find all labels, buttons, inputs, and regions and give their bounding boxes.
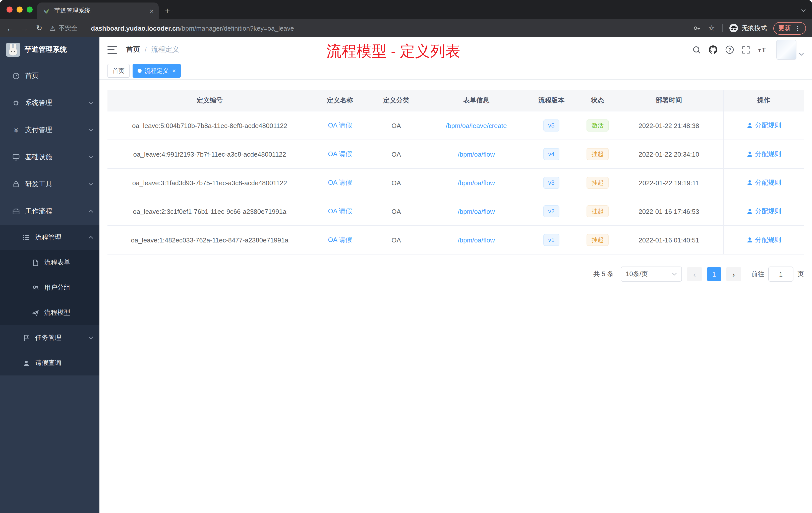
sidebar-item-workflow[interactable]: 工作流程 <box>0 198 99 225</box>
definition-name-link[interactable]: OA 请假 <box>328 235 352 244</box>
back-icon[interactable]: ← <box>6 24 14 32</box>
browser-tabstrip: 芋道管理系统 × + <box>0 0 812 19</box>
cell-spacer <box>717 197 723 225</box>
minimize-window-button[interactable] <box>17 6 23 12</box>
goto-page-input[interactable] <box>768 267 793 281</box>
sidebar-item-process-model[interactable]: 流程模型 <box>0 300 99 325</box>
sidebar-item-leave-query[interactable]: 请假查询 <box>0 350 99 375</box>
prev-page-button[interactable]: ‹ <box>687 267 702 281</box>
tab-close-icon[interactable]: × <box>150 7 154 15</box>
sidebar-item-system[interactable]: 系统管理 <box>0 89 99 117</box>
urlbar-actions: ☆ 无痕模式 更新 ⋮ <box>693 22 806 34</box>
definition-name-link[interactable]: OA 请假 <box>328 121 352 130</box>
sidebar-item-user-group[interactable]: 用户分组 <box>0 275 99 300</box>
cell-process-version: v3 <box>528 169 575 197</box>
assign-rule-button[interactable]: 分配规则 <box>747 235 781 244</box>
tag-home[interactable]: 首页 <box>108 64 129 78</box>
fullscreen-icon[interactable] <box>742 46 750 54</box>
sidebar-item-process-form[interactable]: 流程表单 <box>0 250 99 275</box>
address-input[interactable]: dashboard.yudao.iocoder.cn/bpm/manager/d… <box>91 24 687 32</box>
form-info-link[interactable]: /bpm/oa/leave/create <box>446 122 507 129</box>
users-icon <box>31 283 39 292</box>
collapse-sidebar-icon[interactable] <box>108 46 117 54</box>
password-key-icon[interactable] <box>693 24 701 32</box>
warning-icon: ⚠ <box>50 24 56 32</box>
chevron-down-icon <box>88 101 93 104</box>
cell-form-info: /bpm/oa/flow <box>424 140 528 168</box>
form-info-link[interactable]: /bpm/oa/flow <box>458 150 495 158</box>
assign-rule-button[interactable]: 分配规则 <box>747 150 781 159</box>
incognito-label: 无痕模式 <box>742 24 767 32</box>
tag-close-icon[interactable]: × <box>172 67 176 74</box>
breadcrumb-home[interactable]: 首页 <box>126 45 140 54</box>
close-window-button[interactable] <box>6 6 12 12</box>
chrome-update-button[interactable]: 更新 ⋮ <box>773 22 806 34</box>
version-badge: v3 <box>543 177 559 189</box>
assign-rule-button[interactable]: 分配规则 <box>747 121 781 130</box>
bookmark-star-icon[interactable]: ☆ <box>707 24 716 33</box>
definition-name-link[interactable]: OA 请假 <box>328 150 352 159</box>
sidebar-item-payment[interactable]: ¥ 支付管理 <box>0 117 99 144</box>
svg-text:T: T <box>758 49 761 53</box>
sidebar-item-home[interactable]: 首页 <box>0 62 99 89</box>
cell-definition-id: oa_leave:5:004b710b-7b8a-11ec-8ef0-acde4… <box>108 112 312 140</box>
forward-icon[interactable]: → <box>21 24 29 32</box>
page-content: 定义编号 定义名称 定义分类 表单信息 流程版本 状态 部署时间 操作 <box>99 80 812 513</box>
cell-deploy-time: 2022-01-22 19:19:11 <box>621 169 717 197</box>
cell-definition-id: oa_leave:3:1fad3d93-7b75-11ec-a3c8-acde4… <box>108 169 312 197</box>
cell-definition-id: oa_leave:2:3c1f0ef1-76b1-11ec-9c66-a2380… <box>108 197 312 225</box>
sidebar-item-task-management[interactable]: 任务管理 <box>0 325 99 350</box>
new-tab-button[interactable]: + <box>165 6 170 16</box>
header-actions: ? TT <box>693 40 804 60</box>
sidebar-item-dev-tools[interactable]: 研发工具 <box>0 171 99 198</box>
security-chip[interactable]: ⚠ 不安全 <box>50 24 77 32</box>
tag-process-definition[interactable]: 流程定义 × <box>133 64 181 78</box>
assign-rule-button[interactable]: 分配规则 <box>747 178 781 187</box>
pagination: 共 5 条 10条/页 ‹ 1 › 前往 页 <box>108 267 804 281</box>
browser-menu-icon[interactable]: ⋮ <box>794 24 801 32</box>
cell-form-info: /bpm/oa/flow <box>424 197 528 225</box>
next-page-button[interactable]: › <box>726 267 741 281</box>
maximize-window-button[interactable] <box>27 6 33 12</box>
briefcase-icon <box>12 207 20 215</box>
github-icon[interactable] <box>708 45 718 54</box>
tab-search-icon[interactable] <box>801 5 806 14</box>
browser-window: 芋道管理系统 × + ← → ↻ ⚠ 不安全 dashboard.yudao.i… <box>0 0 812 513</box>
app-header: 首页 / 流程定义 流程模型 - 定义列表 ? <box>99 37 812 62</box>
form-info-link[interactable]: /bpm/oa/flow <box>458 236 495 244</box>
cell-definition-category: OA <box>368 169 424 197</box>
sidebar-item-infrastructure[interactable]: 基础设施 <box>0 144 99 171</box>
list-icon <box>22 233 30 241</box>
cell-status: 挂起 <box>575 169 621 197</box>
table-body: oa_leave:5:004b710b-7b8a-11ec-8ef0-acde4… <box>108 112 804 254</box>
user-icon <box>22 359 30 367</box>
browser-urlbar: ← → ↻ ⚠ 不安全 dashboard.yudao.iocoder.cn/b… <box>0 19 812 37</box>
help-icon[interactable]: ? <box>725 45 734 54</box>
assign-rule-button[interactable]: 分配规则 <box>747 207 781 216</box>
url-path: /bpm/manager/definition?key=oa_leave <box>180 24 294 32</box>
form-info-link[interactable]: /bpm/oa/flow <box>458 208 495 215</box>
user-menu[interactable] <box>776 40 804 60</box>
cell-actions: 分配规则 <box>723 197 804 225</box>
font-size-icon[interactable]: TT <box>758 46 767 54</box>
page-number-1[interactable]: 1 <box>707 267 721 281</box>
definition-name-link[interactable]: OA 请假 <box>328 178 352 187</box>
page-size-select[interactable]: 10条/页 <box>621 267 682 281</box>
cell-actions: 分配规则 <box>723 169 804 197</box>
sidebar-item-process-management[interactable]: 流程管理 <box>0 225 99 250</box>
search-icon[interactable] <box>693 46 701 54</box>
avatar[interactable] <box>776 40 796 60</box>
browser-tab[interactable]: 芋道管理系统 × <box>37 2 159 19</box>
definition-name-link[interactable]: OA 请假 <box>328 207 352 216</box>
app-logo[interactable]: 芋道管理系统 <box>0 37 99 62</box>
cell-spacer <box>717 169 723 197</box>
table-row: oa_leave:2:3c1f0ef1-76b1-11ec-9c66-a2380… <box>108 197 804 226</box>
dashboard-icon <box>12 72 20 80</box>
form-info-link[interactable]: /bpm/oa/flow <box>458 179 495 186</box>
cell-process-version: v4 <box>528 140 575 168</box>
paper-plane-icon <box>31 309 39 317</box>
chevron-down-icon <box>672 273 677 276</box>
cell-definition-name: OA 请假 <box>312 169 368 197</box>
reload-icon[interactable]: ↻ <box>35 24 43 33</box>
sidebar: 芋道管理系统 首页 系统管理 ¥ 支付管理 <box>0 37 99 513</box>
